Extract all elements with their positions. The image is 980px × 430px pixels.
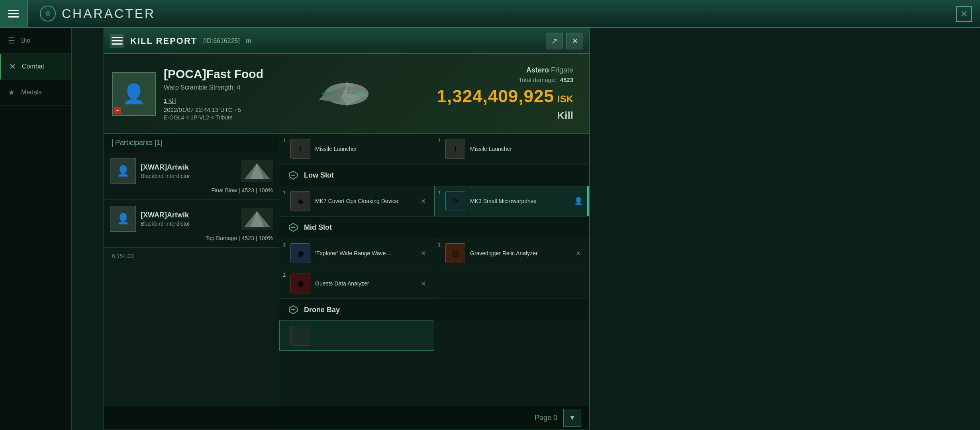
amount-value: 6,154.00 — [112, 253, 134, 259]
eq-item-missile-1[interactable]: 1 ⟩ Missile Launcher — [279, 134, 434, 164]
eq-relic-remove[interactable]: ✕ — [574, 248, 583, 259]
isk-value: 1,324,409,925 — [437, 86, 554, 106]
mid-slot-header: Mid Slot — [279, 217, 589, 238]
mid-slot-icon — [287, 221, 299, 233]
participant-name-corp: [XWAR]Artwik Blackbird Interdictor — [141, 163, 236, 179]
modal-actions: ↗ ✕ — [546, 33, 583, 49]
modal-body: Participants [1] 👤 [XWAR]Artwik Blackbir… — [104, 134, 589, 430]
amount-row: 6,154.00 — [104, 248, 279, 264]
svg-point-4 — [322, 92, 331, 96]
ship-class-label: Frigate — [551, 66, 573, 74]
participant-item[interactable]: 👤 [XWAR]Artwik Blackbird Interdictor — [104, 152, 279, 200]
sidebar-item-medals[interactable]: ★ Medals — [0, 80, 71, 106]
combat-icon: ✕ — [9, 62, 16, 71]
victim-kill-tag[interactable]: 1 Kill — [164, 98, 176, 104]
low-slot-title: Low Slot — [304, 171, 334, 180]
sidebar: ☰ Bio ✕ Combat ★ Medals — [0, 28, 72, 430]
filter-button[interactable]: ▼ — [563, 409, 581, 427]
participant-role-2: Top Damage | 4523 | 100% — [206, 235, 273, 241]
ship-display — [287, 58, 406, 129]
mid-slot-title: Mid Slot — [304, 223, 332, 232]
eq-item-mwd[interactable]: 1 ⟳ MK3 Small Microwarpdrive 👤 — [434, 186, 589, 216]
eq-cloak-icon: ◈ — [290, 191, 310, 211]
participant-name: [XWAR]Artwik — [141, 211, 236, 219]
drone-bay-grid — [279, 321, 589, 351]
app-title: CHARACTER — [62, 6, 155, 21]
sidebar-item-bio[interactable]: ☰ Bio — [0, 28, 71, 54]
total-damage-value: 4523 — [560, 76, 573, 83]
participant-item[interactable]: 👤 [XWAR]Artwik Blackbird Interdictor — [104, 200, 279, 248]
modal-menu-button[interactable] — [110, 34, 124, 48]
eq-item-cloak[interactable]: 1 ◈ MK7 Covert Ops Cloaking Device ✕ — [279, 186, 434, 216]
top-bar: ⊕ CHARACTER ✕ — [0, 0, 980, 28]
eq-wave-remove[interactable]: ✕ — [419, 248, 428, 259]
app-title-container: ⊕ CHARACTER — [40, 6, 155, 22]
hamburger-icon — [8, 10, 19, 18]
eq-qty-2: 1 — [438, 137, 441, 143]
hamburger-button[interactable] — [0, 0, 28, 27]
bio-icon: ☰ — [8, 36, 15, 45]
low-slot-grid: 1 ◈ MK7 Covert Ops Cloaking Device ✕ 1 ⟳… — [279, 186, 589, 216]
equipment-panel: 1 ⟩ Missile Launcher 1 ⟩ Missile Launche… — [279, 134, 589, 430]
victim-avatar: 👤 – — [112, 72, 156, 116]
eq-wave-icon: ◉ — [290, 243, 310, 263]
total-damage-line: Total damage: 4523 — [437, 76, 573, 83]
participant-name: [XWAR]Artwik — [141, 163, 236, 172]
svg-point-7 — [356, 91, 365, 97]
eq-data-qty: 1 — [283, 272, 286, 278]
eq-item-missile-2[interactable]: 1 ⟩ Missile Launcher — [434, 134, 589, 164]
participants-title: Participants — [115, 139, 153, 147]
eq-data-remove[interactable]: ✕ — [419, 278, 428, 289]
eq-data-name: Guests Data Analyzer — [315, 280, 414, 287]
participant-bottom: Final Blow | 4523 | 100% — [110, 187, 273, 194]
drone-bay-icon — [287, 304, 299, 316]
eq-data-icon: ◉ — [290, 274, 310, 293]
eq-item-wave[interactable]: 1 ◉ 'Explorer' Wide Range Wave… ✕ — [279, 238, 434, 268]
filter-icon: ▼ — [569, 414, 576, 422]
low-slot-header: Low Slot — [279, 164, 589, 186]
avatar-badge: – — [114, 107, 121, 114]
mid-slot-section: Mid Slot 1 ◉ 'Explorer' Wide Range Wave…… — [279, 217, 589, 299]
eq-icon-missile-2: ⟩ — [445, 139, 465, 159]
participants-count: [1] — [155, 139, 163, 147]
participant-corp: Blackbird Interdictor — [141, 173, 236, 179]
isk-label: ISK — [557, 94, 573, 105]
low-slot-icon — [287, 169, 299, 181]
total-damage-label: Total damage: — [519, 76, 556, 83]
eq-mwd-icon: ⟳ — [445, 191, 465, 211]
eq-wave-qty: 1 — [283, 242, 286, 248]
eq-item-relic[interactable]: 1 ◎ Gravedigger Relic Analyzer ✕ — [434, 238, 589, 268]
eq-item-drone[interactable] — [279, 321, 434, 351]
participant-bottom-2: Top Damage | 4523 | 100% — [110, 235, 273, 241]
victim-header: 👤 – [POCA]Fast Food Warp Scramble Streng… — [104, 54, 589, 134]
participant-corp: Blackbird Interdictor — [141, 221, 236, 227]
eq-drone-icon — [290, 326, 310, 346]
kill-report-modal: KILL REPORT [ID:6616225] ⊞ ↗ ✕ 👤 – [POCA… — [104, 28, 590, 430]
eq-item-data[interactable]: 1 ◉ Guests Data Analyzer ✕ — [279, 268, 434, 299]
participant-avatar: 👤 — [110, 158, 136, 184]
eq-icon-missile-1: ⟩ — [290, 139, 310, 159]
ship-svg — [303, 58, 390, 130]
eq-cloak-name: MK7 Covert Ops Cloaking Device — [315, 197, 414, 205]
main-close-button[interactable]: ✕ — [956, 6, 972, 22]
participant-ship-icon — [241, 160, 273, 182]
eq-mwd-qty: 1 — [438, 190, 441, 195]
isk-value-row: 1,324,409,925 ISK — [437, 86, 573, 106]
participants-header: Participants [1] — [104, 134, 279, 152]
ship-type-line: Astero Frigate — [437, 66, 573, 74]
sidebar-item-medals-label: Medals — [21, 89, 42, 96]
copy-icon[interactable]: ⊞ — [246, 37, 251, 45]
modal-hamburger-icon — [112, 37, 123, 45]
participants-panel: Participants [1] 👤 [XWAR]Artwik Blackbir… — [104, 134, 279, 430]
participant-role: Final Blow | 4523 | 100% — [212, 187, 273, 194]
eq-cloak-remove[interactable]: ✕ — [419, 195, 428, 207]
low-slot-section: Low Slot 1 ◈ MK7 Covert Ops Cloaking Dev… — [279, 164, 589, 217]
eq-relic-qty: 1 — [438, 242, 441, 248]
external-link-button[interactable]: ↗ — [546, 33, 563, 49]
eq-relic-icon: ◎ — [445, 243, 465, 263]
bottom-bar: Page 0 ▼ — [104, 406, 589, 430]
top-equipment-row: 1 ⟩ Missile Launcher 1 ⟩ Missile Launche… — [279, 134, 589, 164]
modal-close-button[interactable]: ✕ — [566, 33, 583, 49]
modal-id: [ID:6616225] — [203, 37, 240, 45]
sidebar-item-combat[interactable]: ✕ Combat — [0, 54, 71, 80]
